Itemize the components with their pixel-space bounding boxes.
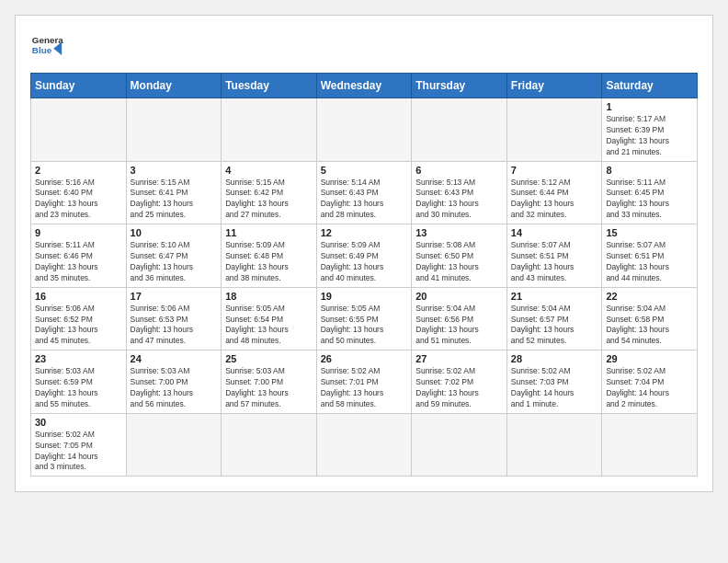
- day-number: 2: [35, 165, 122, 176]
- day-number: 23: [35, 353, 122, 364]
- day-number: 21: [511, 291, 598, 302]
- day-info: Sunrise: 5:03 AMSunset: 6:59 PMDaylight:…: [35, 366, 122, 410]
- day-info: Sunrise: 5:05 AMSunset: 6:55 PMDaylight:…: [321, 304, 408, 348]
- svg-text:General: General: [32, 35, 63, 45]
- day-info: Sunrise: 5:17 AMSunset: 6:39 PMDaylight:…: [606, 114, 693, 158]
- calendar-cell: [126, 413, 222, 477]
- day-number: 11: [225, 227, 313, 238]
- calendar-cell: 7Sunrise: 5:12 AMSunset: 6:44 PMDaylight…: [506, 161, 602, 224]
- calendar-cell: 11Sunrise: 5:09 AMSunset: 6:48 PMDayligh…: [222, 224, 317, 288]
- day-info: Sunrise: 5:09 AMSunset: 6:49 PMDaylight:…: [321, 240, 408, 284]
- day-info: Sunrise: 5:06 AMSunset: 6:53 PMDaylight:…: [131, 304, 218, 348]
- calendar-cell: 1Sunrise: 5:17 AMSunset: 6:39 PMDaylight…: [602, 98, 698, 162]
- calendar-cell: 19Sunrise: 5:05 AMSunset: 6:55 PMDayligh…: [316, 287, 412, 350]
- weekday-header-thursday: Thursday: [412, 74, 507, 98]
- calendar-week-row: 30Sunrise: 5:02 AMSunset: 7:05 PMDayligh…: [31, 413, 698, 477]
- day-info: Sunrise: 5:13 AMSunset: 6:43 PMDaylight:…: [415, 178, 503, 222]
- calendar-cell: [506, 98, 602, 162]
- calendar-cell: 15Sunrise: 5:07 AMSunset: 6:51 PMDayligh…: [602, 224, 698, 288]
- day-info: Sunrise: 5:07 AMSunset: 6:51 PMDaylight:…: [606, 240, 693, 284]
- day-info: Sunrise: 5:12 AMSunset: 6:44 PMDaylight:…: [511, 178, 598, 222]
- day-info: Sunrise: 5:04 AMSunset: 6:58 PMDaylight:…: [606, 304, 693, 348]
- calendar-cell: 24Sunrise: 5:03 AMSunset: 7:00 PMDayligh…: [126, 350, 222, 414]
- day-info: Sunrise: 5:05 AMSunset: 6:54 PMDaylight:…: [225, 304, 313, 348]
- calendar-cell: 2Sunrise: 5:16 AMSunset: 6:40 PMDaylight…: [31, 161, 127, 224]
- day-info: Sunrise: 5:16 AMSunset: 6:40 PMDaylight:…: [35, 178, 122, 222]
- weekday-header-saturday: Saturday: [602, 74, 698, 98]
- calendar-header-row: SundayMondayTuesdayWednesdayThursdayFrid…: [31, 74, 698, 98]
- day-info: Sunrise: 5:07 AMSunset: 6:51 PMDaylight:…: [511, 240, 598, 284]
- calendar-cell: 8Sunrise: 5:11 AMSunset: 6:45 PMDaylight…: [602, 161, 698, 224]
- calendar-cell: 23Sunrise: 5:03 AMSunset: 6:59 PMDayligh…: [31, 350, 127, 414]
- calendar-cell: 21Sunrise: 5:04 AMSunset: 6:57 PMDayligh…: [506, 287, 602, 350]
- header: General Blue: [30, 30, 698, 63]
- day-number: 28: [511, 353, 598, 364]
- day-number: 22: [606, 291, 693, 302]
- calendar-cell: 26Sunrise: 5:02 AMSunset: 7:01 PMDayligh…: [316, 350, 412, 414]
- day-number: 13: [415, 227, 503, 238]
- weekday-header-wednesday: Wednesday: [316, 74, 412, 98]
- calendar-cell: 20Sunrise: 5:04 AMSunset: 6:56 PMDayligh…: [412, 287, 507, 350]
- calendar-cell: 18Sunrise: 5:05 AMSunset: 6:54 PMDayligh…: [222, 287, 317, 350]
- calendar-cell: 13Sunrise: 5:08 AMSunset: 6:50 PMDayligh…: [412, 224, 507, 288]
- calendar-cell: 4Sunrise: 5:15 AMSunset: 6:42 PMDaylight…: [222, 161, 317, 224]
- day-number: 3: [131, 165, 218, 176]
- day-number: 6: [415, 165, 503, 176]
- day-number: 12: [321, 227, 408, 238]
- calendar-cell: [602, 413, 698, 477]
- calendar-cell: 3Sunrise: 5:15 AMSunset: 6:41 PMDaylight…: [126, 161, 222, 224]
- calendar-week-row: 23Sunrise: 5:03 AMSunset: 6:59 PMDayligh…: [31, 350, 698, 414]
- calendar-cell: 30Sunrise: 5:02 AMSunset: 7:05 PMDayligh…: [31, 413, 127, 477]
- day-number: 24: [131, 353, 218, 364]
- calendar-cell: [31, 98, 127, 162]
- day-info: Sunrise: 5:02 AMSunset: 7:05 PMDaylight:…: [35, 430, 122, 474]
- day-info: Sunrise: 5:04 AMSunset: 6:57 PMDaylight:…: [511, 304, 598, 348]
- day-number: 25: [225, 353, 313, 364]
- day-info: Sunrise: 5:11 AMSunset: 6:46 PMDaylight:…: [35, 240, 122, 284]
- calendar-cell: 22Sunrise: 5:04 AMSunset: 6:58 PMDayligh…: [602, 287, 698, 350]
- calendar-page: General Blue SundayMondayTuesdayWednesda…: [15, 15, 713, 492]
- day-info: Sunrise: 5:04 AMSunset: 6:56 PMDaylight:…: [415, 304, 503, 348]
- day-number: 5: [321, 165, 408, 176]
- day-info: Sunrise: 5:02 AMSunset: 7:01 PMDaylight:…: [321, 366, 408, 410]
- svg-text:Blue: Blue: [32, 45, 52, 55]
- day-info: Sunrise: 5:11 AMSunset: 6:45 PMDaylight:…: [606, 178, 693, 222]
- calendar-cell: [126, 98, 222, 162]
- calendar-cell: [316, 98, 412, 162]
- day-info: Sunrise: 5:06 AMSunset: 6:52 PMDaylight:…: [35, 304, 122, 348]
- day-number: 14: [511, 227, 598, 238]
- calendar-cell: 28Sunrise: 5:02 AMSunset: 7:03 PMDayligh…: [506, 350, 602, 414]
- day-info: Sunrise: 5:03 AMSunset: 7:00 PMDaylight:…: [131, 366, 218, 410]
- calendar-week-row: 16Sunrise: 5:06 AMSunset: 6:52 PMDayligh…: [31, 287, 698, 350]
- day-number: 16: [35, 291, 122, 302]
- day-info: Sunrise: 5:10 AMSunset: 6:47 PMDaylight:…: [131, 240, 218, 284]
- calendar-cell: 25Sunrise: 5:03 AMSunset: 7:00 PMDayligh…: [222, 350, 317, 414]
- calendar-week-row: 1Sunrise: 5:17 AMSunset: 6:39 PMDaylight…: [31, 98, 698, 162]
- weekday-header-monday: Monday: [126, 74, 222, 98]
- calendar-cell: 14Sunrise: 5:07 AMSunset: 6:51 PMDayligh…: [506, 224, 602, 288]
- day-number: 18: [225, 291, 313, 302]
- calendar-cell: 5Sunrise: 5:14 AMSunset: 6:43 PMDaylight…: [316, 161, 412, 224]
- calendar-cell: [222, 98, 317, 162]
- calendar-cell: 12Sunrise: 5:09 AMSunset: 6:49 PMDayligh…: [316, 224, 412, 288]
- calendar-cell: 27Sunrise: 5:02 AMSunset: 7:02 PMDayligh…: [412, 350, 507, 414]
- day-info: Sunrise: 5:03 AMSunset: 7:00 PMDaylight:…: [225, 366, 313, 410]
- day-number: 15: [606, 227, 693, 238]
- calendar-week-row: 2Sunrise: 5:16 AMSunset: 6:40 PMDaylight…: [31, 161, 698, 224]
- calendar-cell: [412, 413, 507, 477]
- day-number: 8: [606, 165, 693, 176]
- calendar-cell: 16Sunrise: 5:06 AMSunset: 6:52 PMDayligh…: [31, 287, 127, 350]
- calendar-cell: 9Sunrise: 5:11 AMSunset: 6:46 PMDaylight…: [31, 224, 127, 288]
- day-info: Sunrise: 5:02 AMSunset: 7:03 PMDaylight:…: [511, 366, 598, 410]
- calendar-table: SundayMondayTuesdayWednesdayThursdayFrid…: [30, 73, 698, 477]
- weekday-header-sunday: Sunday: [31, 74, 127, 98]
- weekday-header-tuesday: Tuesday: [222, 74, 317, 98]
- calendar-cell: [316, 413, 412, 477]
- day-number: 10: [131, 227, 218, 238]
- generalblue-logo-icon: General Blue: [30, 30, 63, 63]
- calendar-cell: 6Sunrise: 5:13 AMSunset: 6:43 PMDaylight…: [412, 161, 507, 224]
- day-info: Sunrise: 5:15 AMSunset: 6:41 PMDaylight:…: [131, 178, 218, 222]
- calendar-cell: 17Sunrise: 5:06 AMSunset: 6:53 PMDayligh…: [126, 287, 222, 350]
- calendar-week-row: 9Sunrise: 5:11 AMSunset: 6:46 PMDaylight…: [31, 224, 698, 288]
- day-number: 17: [131, 291, 218, 302]
